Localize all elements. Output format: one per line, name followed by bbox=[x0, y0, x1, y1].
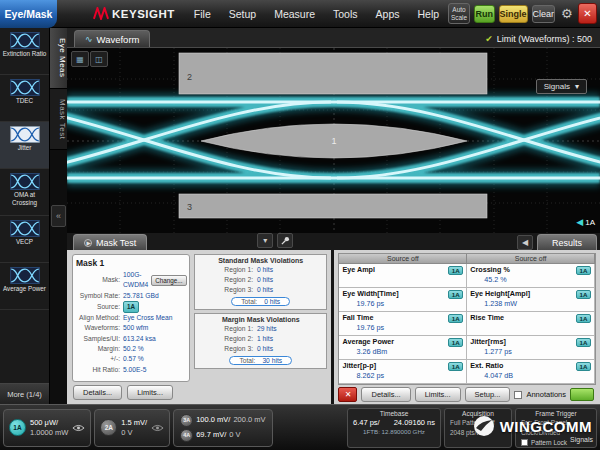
measurement-name: Eye Ampl bbox=[342, 265, 463, 274]
auto-scale-button[interactable]: Auto Scale bbox=[448, 3, 470, 24]
minimize-panel-icon[interactable]: ▾ bbox=[257, 233, 273, 248]
result-cell-average-power[interactable]: Average Power 3.26 dBm 1A bbox=[339, 336, 467, 360]
measurement-sidebar: Extinction Ratio TDEC Jitter OMA at Cros… bbox=[0, 28, 50, 404]
pattern-lock-label: Pattern Lock bbox=[531, 439, 567, 446]
tab-results[interactable]: Results bbox=[537, 234, 597, 250]
single-button[interactable]: Single bbox=[499, 5, 528, 23]
scroll-tabs-left-icon[interactable]: ◀ bbox=[517, 235, 533, 250]
tab-eye-meas[interactable]: Eye Meas bbox=[50, 28, 67, 89]
tab-mask-test[interactable]: ▶ Mask Test bbox=[73, 234, 147, 250]
mask-field-value: 25.781 GBd bbox=[123, 291, 159, 301]
timebase-panel[interactable]: Timebase 6.47 ps/ 24.09160 ns 1FTB: 12.8… bbox=[347, 408, 441, 448]
sidebar-item-jitter[interactable]: Jitter bbox=[0, 122, 49, 169]
measurement-name: Average Power bbox=[342, 337, 463, 346]
channel-badge: 1A bbox=[576, 362, 591, 371]
result-cell-fall-time[interactable]: Fall Time 19.76 ps 1A bbox=[339, 312, 467, 336]
sidebar-item-average-power[interactable]: Average Power bbox=[0, 263, 49, 310]
region-label: Region 2: bbox=[199, 275, 257, 285]
sidebar-item-vecp[interactable]: VECP bbox=[0, 216, 49, 263]
delete-measurement-button[interactable]: ✕ bbox=[338, 387, 357, 402]
channel-3a-4a-chip[interactable]: 3A 100.0 mV/ 200.0 mV 4A 69.7 mV/ 0 V bbox=[173, 409, 272, 447]
result-cell-eye-width[interactable]: Eye Width[Time] 19.76 ps 1A bbox=[339, 288, 467, 312]
mask-details-button[interactable]: Details... bbox=[73, 385, 122, 400]
region-value: 0 hits bbox=[257, 344, 273, 354]
results-row: Eye Ampl 1A Crossing % 45.2 % 1A bbox=[339, 264, 595, 288]
violations-title: Standard Mask Violations bbox=[199, 257, 322, 264]
eye-diagram-icon bbox=[10, 126, 40, 143]
collapse-panel-button[interactable]: « bbox=[51, 205, 66, 227]
tab-mask-test-vertical[interactable]: Mask Test bbox=[50, 89, 67, 150]
settings-gear-icon[interactable]: ⚙ bbox=[561, 6, 573, 21]
menu-apps[interactable]: Apps bbox=[367, 8, 409, 20]
result-cell-jitter-pp[interactable]: Jitter[p-p] 8.262 ps 1A bbox=[339, 360, 467, 384]
visibility-eye-icon[interactable] bbox=[72, 424, 85, 432]
mask-field-label: +/-: bbox=[76, 354, 123, 364]
source-channel-badge[interactable]: 1A bbox=[123, 301, 139, 313]
measurement-name: Ext. Ratio bbox=[470, 361, 591, 370]
change-mask-button[interactable]: Change... bbox=[151, 275, 186, 287]
signals-dropdown[interactable]: Signals ▾ bbox=[536, 79, 587, 94]
eye-mask-app-tab[interactable]: Eye/Mask bbox=[0, 0, 57, 28]
menu-tools[interactable]: Tools bbox=[324, 8, 367, 20]
channel-2a-chip[interactable]: 2A 1.5 mV/ 0 V bbox=[94, 409, 170, 447]
menu-file[interactable]: File bbox=[185, 8, 220, 20]
signals-label: Signals bbox=[544, 82, 570, 91]
annotation-color-swatch[interactable] bbox=[570, 388, 594, 401]
mask-field-label: Waveforms: bbox=[76, 323, 123, 333]
measurement-value: 45.2 % bbox=[484, 275, 591, 284]
mask-field-label: Margin: bbox=[76, 344, 123, 354]
visibility-eye-icon[interactable] bbox=[151, 424, 164, 432]
annotations-label: Annotations bbox=[526, 390, 566, 399]
menu-help[interactable]: Help bbox=[408, 8, 448, 20]
results-limits-button[interactable]: Limits... bbox=[415, 387, 461, 402]
timebase-position: 24.09160 ns bbox=[394, 418, 435, 427]
result-cell-eye-ampl[interactable]: Eye Ampl 1A bbox=[339, 264, 467, 288]
close-button[interactable]: ✕ bbox=[578, 3, 597, 24]
run-button[interactable]: Run bbox=[474, 5, 495, 23]
channel-badge: 2A bbox=[100, 419, 117, 436]
annotations-checkbox[interactable] bbox=[514, 391, 522, 399]
auto-scale-label-line1: Auto bbox=[452, 6, 465, 13]
channel-1a-chip[interactable]: 1A 500 μW/ 1.0000 mW bbox=[3, 409, 91, 447]
total-label: Total: bbox=[241, 298, 257, 305]
pattern-lock-checkbox[interactable] bbox=[521, 439, 528, 446]
mask-field-value: 50.2 % bbox=[123, 344, 144, 354]
mask-field-label: Samples/UI: bbox=[76, 334, 123, 344]
menu-setup[interactable]: Setup bbox=[220, 8, 265, 20]
channel-scale: 1.5 mV/ bbox=[121, 418, 147, 428]
region-value: 0 hits bbox=[257, 265, 273, 275]
pin-icon[interactable] bbox=[277, 233, 293, 248]
sidebar-item-extinction-ratio[interactable]: Extinction Ratio bbox=[0, 28, 49, 75]
results-details-button[interactable]: Details... bbox=[361, 387, 410, 402]
menu-measure[interactable]: Measure bbox=[265, 8, 324, 20]
results-tab-label: Results bbox=[552, 238, 582, 248]
result-cell-rise-time[interactable]: Rise Time 1A bbox=[467, 312, 595, 336]
channel-badge: 1A bbox=[448, 362, 463, 371]
tab-waveform[interactable]: ∿ Waveform bbox=[74, 30, 150, 47]
measurement-value: 8.262 ps bbox=[356, 371, 463, 380]
eye-diagram-icon bbox=[10, 173, 40, 190]
channel-1a-marker[interactable]: ◀ 1A bbox=[576, 217, 595, 227]
waveform-display[interactable]: 2 1 3 ▦ ◫ Signals ▾ ◀ 1A bbox=[67, 47, 600, 233]
wingcomm-watermark: WINGCOMM bbox=[473, 415, 592, 437]
result-cell-crossing[interactable]: Crossing % 45.2 % 1A bbox=[467, 264, 595, 288]
result-cell-ext-ratio[interactable]: Ext. Ratio 4.047 dB 1A bbox=[467, 360, 595, 384]
measurement-value: 19.76 ps bbox=[356, 323, 463, 332]
region-value: 0 hits bbox=[257, 285, 273, 295]
result-cell-jitter-rms[interactable]: Jitter[rms] 1.277 ps 1A bbox=[467, 336, 595, 360]
mask-limits-button[interactable]: Limits... bbox=[127, 385, 173, 400]
result-cell-eye-height[interactable]: Eye Height[Ampl] 1.238 mW 1A bbox=[467, 288, 595, 312]
channel-badge: 1A bbox=[448, 266, 463, 275]
mask-field-label: Align Method: bbox=[76, 313, 123, 323]
more-measurements-button[interactable]: More (1/4) bbox=[0, 383, 49, 404]
results-setup-button[interactable]: Setup... bbox=[465, 387, 511, 402]
grid-toggle-icon[interactable]: ▦ bbox=[71, 51, 89, 67]
channel-offset: 200.0 mV bbox=[233, 415, 265, 425]
play-icon: ▶ bbox=[84, 239, 92, 247]
sidebar-item-oma-at-crossing[interactable]: OMA at Crossing bbox=[0, 169, 49, 216]
clear-button[interactable]: Clear bbox=[532, 5, 556, 23]
region-label: Region 1: bbox=[199, 265, 257, 275]
sidebar-item-tdec[interactable]: TDEC bbox=[0, 75, 49, 122]
display-mode-icon[interactable]: ◫ bbox=[90, 51, 108, 67]
measurement-value: 1.238 mW bbox=[484, 299, 591, 308]
